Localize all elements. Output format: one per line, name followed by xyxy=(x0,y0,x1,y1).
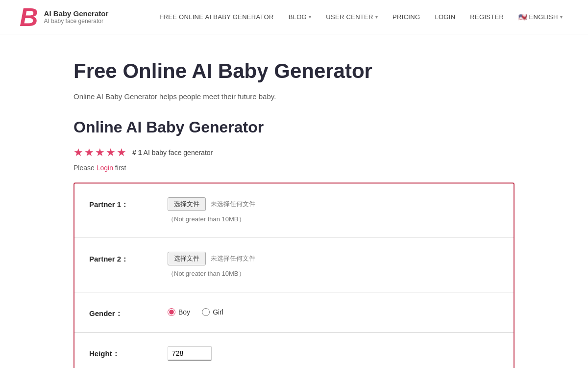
nav-link-language[interactable]: 🇺🇸 ENGLISH ▾ xyxy=(513,9,568,25)
brand-logo-link[interactable]: B AI Baby Generator AI baby face generat… xyxy=(20,4,108,30)
star-4: ★ xyxy=(106,146,116,159)
star-1: ★ xyxy=(74,146,83,159)
gender-boy-label: Boy xyxy=(178,308,190,316)
partner1-file-hint: （Not greater than 10MB） xyxy=(168,215,499,224)
main-content: Free Online AI Baby Generator Online AI … xyxy=(54,34,534,368)
login-notice: Please Login first xyxy=(74,164,514,172)
partner2-row: Partner 2： 选择文件 未选择任何文件 （Not greater tha… xyxy=(74,238,514,292)
partner2-no-file: 未选择任何文件 xyxy=(211,254,255,263)
nav-menu: FREE ONLINE AI BABY GENERATOR BLOG ▾ USE… xyxy=(153,9,568,25)
gender-boy-option[interactable]: Boy xyxy=(168,308,190,316)
nav-item-language: 🇺🇸 ENGLISH ▾ xyxy=(513,9,568,25)
height-input[interactable] xyxy=(168,346,212,361)
star-2: ★ xyxy=(84,146,94,159)
rank-description: AI baby face generator xyxy=(144,149,213,157)
gender-row: Gender： Boy Girl xyxy=(74,292,514,333)
language-dropdown-caret: ▾ xyxy=(560,14,563,20)
partner2-control: 选择文件 未选择任何文件 （Not greater than 10MB） xyxy=(168,252,499,278)
nav-item-login: LOGIN xyxy=(429,9,461,25)
partner2-file-input-row: 选择文件 未选择任何文件 xyxy=(168,252,499,265)
gender-label: Gender： xyxy=(89,306,168,318)
nav-item-blog: BLOG ▾ xyxy=(283,9,318,25)
stars: ★ ★ ★ ★ ★ xyxy=(74,146,126,159)
nav-item-register: REGISTER xyxy=(464,9,510,25)
gender-boy-radio[interactable] xyxy=(168,308,175,316)
gender-girl-label: Girl xyxy=(213,308,223,316)
nav-item-generator: FREE ONLINE AI BABY GENERATOR xyxy=(153,9,279,25)
brand-logo-letter: B xyxy=(20,4,38,30)
section-title: Online AI Baby Generator xyxy=(74,118,514,136)
flag-icon: 🇺🇸 xyxy=(518,13,527,21)
gender-radio-group: Boy Girl xyxy=(168,306,499,316)
blog-dropdown-caret: ▾ xyxy=(309,14,311,20)
navbar: B AI Baby Generator AI baby face generat… xyxy=(0,0,588,34)
gender-girl-radio[interactable] xyxy=(202,308,210,316)
brand-title: AI Baby Generator xyxy=(44,9,109,18)
nav-link-user-center[interactable]: USER CENTER ▾ xyxy=(320,9,384,25)
nav-link-blog[interactable]: BLOG ▾ xyxy=(283,9,318,25)
nav-link-pricing[interactable]: PRICING xyxy=(387,9,426,25)
gender-control: Boy Girl xyxy=(168,306,499,316)
height-label: Height： xyxy=(89,346,168,359)
rank-number: # 1 xyxy=(132,149,142,157)
nav-link-login[interactable]: LOGIN xyxy=(429,9,461,25)
height-control xyxy=(168,346,499,361)
height-row: Height： xyxy=(74,333,514,368)
page-subtitle: Online AI Baby Generator helps people me… xyxy=(74,92,514,101)
nav-link-generator[interactable]: FREE ONLINE AI BABY GENERATOR xyxy=(153,9,279,25)
login-link[interactable]: Login xyxy=(97,164,113,172)
user-center-dropdown-caret: ▾ xyxy=(375,14,378,20)
star-3: ★ xyxy=(95,146,105,159)
rank-text: # 1 AI baby face generator xyxy=(132,149,213,157)
gender-girl-option[interactable]: Girl xyxy=(202,308,223,316)
nav-item-user-center: USER CENTER ▾ xyxy=(320,9,384,25)
nav-item-pricing: PRICING xyxy=(387,9,426,25)
partner2-label: Partner 2： xyxy=(89,252,168,264)
brand-subtitle: AI baby face generator xyxy=(44,18,109,25)
partner2-file-button[interactable]: 选择文件 xyxy=(168,252,206,265)
partner1-no-file: 未选择任何文件 xyxy=(211,200,255,209)
partner1-label: Partner 1： xyxy=(89,197,168,210)
partner1-file-button[interactable]: 选择文件 xyxy=(168,197,206,211)
star-5: ★ xyxy=(117,146,126,159)
page-title: Free Online AI Baby Generator xyxy=(74,59,514,83)
rating-row: ★ ★ ★ ★ ★ # 1 AI baby face generator xyxy=(74,146,514,159)
partner1-control: 选择文件 未选择任何文件 （Not greater than 10MB） xyxy=(168,197,499,224)
baby-generator-form: Partner 1： 选择文件 未选择任何文件 （Not greater tha… xyxy=(74,183,514,368)
brand-text-block: AI Baby Generator AI baby face generator xyxy=(44,9,109,25)
partner2-file-hint: （Not greater than 10MB） xyxy=(168,269,499,278)
partner1-file-input-row: 选择文件 未选择任何文件 xyxy=(168,197,499,211)
nav-link-register[interactable]: REGISTER xyxy=(464,9,510,25)
partner1-row: Partner 1： 选择文件 未选择任何文件 （Not greater tha… xyxy=(74,184,514,238)
